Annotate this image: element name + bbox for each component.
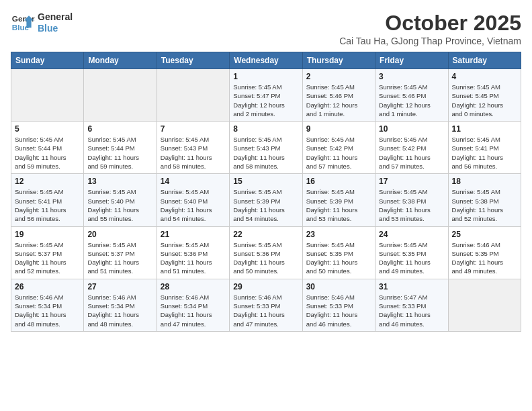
day-info: Sunrise: 5:47 AM Sunset: 5:33 PM Dayligh… bbox=[379, 293, 444, 328]
title-block: October 2025 Cai Tau Ha, GJong Thap Prov… bbox=[339, 11, 521, 46]
day-number: 17 bbox=[379, 177, 444, 186]
day-number: 23 bbox=[306, 230, 371, 239]
day-number: 27 bbox=[87, 282, 152, 291]
calendar-cell bbox=[11, 69, 84, 122]
day-number: 2 bbox=[306, 72, 371, 81]
calendar-cell bbox=[84, 69, 157, 122]
day-info: Sunrise: 5:45 AM Sunset: 5:35 PM Dayligh… bbox=[379, 240, 444, 276]
weekday-header: Monday bbox=[84, 52, 157, 69]
day-number: 13 bbox=[87, 177, 152, 186]
day-info: Sunrise: 5:45 AM Sunset: 5:39 PM Dayligh… bbox=[233, 187, 298, 223]
calendar-week-row: 5Sunrise: 5:45 AM Sunset: 5:44 PM Daylig… bbox=[11, 122, 521, 174]
calendar-week-row: 19Sunrise: 5:45 AM Sunset: 5:37 PM Dayli… bbox=[11, 226, 521, 279]
calendar-cell: 8Sunrise: 5:45 AM Sunset: 5:43 PM Daylig… bbox=[230, 122, 302, 174]
calendar-cell bbox=[157, 69, 229, 122]
calendar-cell: 28Sunrise: 5:46 AM Sunset: 5:34 PM Dayli… bbox=[157, 279, 229, 331]
day-number: 29 bbox=[233, 282, 298, 291]
day-number: 24 bbox=[379, 230, 444, 239]
day-number: 1 bbox=[233, 72, 298, 81]
day-number: 25 bbox=[452, 230, 517, 239]
logo-icon: General Blue bbox=[11, 11, 35, 35]
calendar-cell: 21Sunrise: 5:45 AM Sunset: 5:36 PM Dayli… bbox=[157, 226, 229, 279]
day-info: Sunrise: 5:46 AM Sunset: 5:34 PM Dayligh… bbox=[161, 293, 226, 328]
calendar-header-row: SundayMondayTuesdayWednesdayThursdayFrid… bbox=[11, 52, 521, 69]
calendar-cell: 11Sunrise: 5:45 AM Sunset: 5:41 PM Dayli… bbox=[448, 122, 521, 174]
day-info: Sunrise: 5:45 AM Sunset: 5:43 PM Dayligh… bbox=[161, 135, 226, 171]
calendar-week-row: 26Sunrise: 5:46 AM Sunset: 5:34 PM Dayli… bbox=[11, 279, 521, 331]
day-info: Sunrise: 5:46 AM Sunset: 5:34 PM Dayligh… bbox=[87, 293, 152, 328]
calendar-cell: 2Sunrise: 5:45 AM Sunset: 5:46 PM Daylig… bbox=[302, 69, 375, 122]
calendar-cell: 7Sunrise: 5:45 AM Sunset: 5:43 PM Daylig… bbox=[157, 122, 229, 174]
weekday-header: Saturday bbox=[448, 52, 521, 69]
calendar-cell: 26Sunrise: 5:46 AM Sunset: 5:34 PM Dayli… bbox=[11, 279, 84, 331]
calendar-cell: 9Sunrise: 5:45 AM Sunset: 5:42 PM Daylig… bbox=[302, 122, 375, 174]
month-title: October 2025 bbox=[339, 11, 521, 36]
day-info: Sunrise: 5:45 AM Sunset: 5:45 PM Dayligh… bbox=[452, 83, 517, 118]
day-info: Sunrise: 5:45 AM Sunset: 5:39 PM Dayligh… bbox=[306, 187, 371, 223]
location-subtitle: Cai Tau Ha, GJong Thap Province, Vietnam bbox=[339, 36, 521, 46]
day-number: 3 bbox=[379, 72, 444, 81]
day-number: 8 bbox=[233, 124, 298, 134]
day-info: Sunrise: 5:45 AM Sunset: 5:43 PM Dayligh… bbox=[233, 135, 298, 171]
day-number: 10 bbox=[379, 124, 444, 134]
day-info: Sunrise: 5:46 AM Sunset: 5:33 PM Dayligh… bbox=[306, 293, 371, 328]
day-number: 11 bbox=[452, 124, 517, 134]
calendar-cell: 14Sunrise: 5:45 AM Sunset: 5:40 PM Dayli… bbox=[157, 174, 229, 226]
day-number: 5 bbox=[15, 124, 80, 134]
day-number: 7 bbox=[161, 124, 226, 134]
calendar-cell: 3Sunrise: 5:45 AM Sunset: 5:46 PM Daylig… bbox=[375, 69, 448, 122]
day-number: 20 bbox=[87, 230, 152, 239]
day-info: Sunrise: 5:45 AM Sunset: 5:38 PM Dayligh… bbox=[379, 187, 444, 223]
weekday-header: Thursday bbox=[302, 52, 375, 69]
calendar-cell: 22Sunrise: 5:45 AM Sunset: 5:36 PM Dayli… bbox=[230, 226, 302, 279]
day-number: 26 bbox=[15, 282, 80, 291]
day-info: Sunrise: 5:45 AM Sunset: 5:41 PM Dayligh… bbox=[452, 135, 517, 171]
day-number: 9 bbox=[306, 124, 371, 134]
calendar-cell: 24Sunrise: 5:45 AM Sunset: 5:35 PM Dayli… bbox=[375, 226, 448, 279]
day-number: 6 bbox=[87, 124, 152, 134]
day-info: Sunrise: 5:45 AM Sunset: 5:37 PM Dayligh… bbox=[15, 240, 80, 276]
day-info: Sunrise: 5:45 AM Sunset: 5:40 PM Dayligh… bbox=[161, 187, 226, 223]
logo: General Blue General Blue bbox=[11, 11, 73, 35]
day-info: Sunrise: 5:45 AM Sunset: 5:36 PM Dayligh… bbox=[161, 240, 226, 276]
day-info: Sunrise: 5:45 AM Sunset: 5:37 PM Dayligh… bbox=[87, 240, 152, 276]
day-number: 28 bbox=[161, 282, 226, 291]
calendar-cell: 15Sunrise: 5:45 AM Sunset: 5:39 PM Dayli… bbox=[230, 174, 302, 226]
calendar-cell: 31Sunrise: 5:47 AM Sunset: 5:33 PM Dayli… bbox=[375, 279, 448, 331]
day-info: Sunrise: 5:45 AM Sunset: 5:35 PM Dayligh… bbox=[306, 240, 371, 276]
day-number: 31 bbox=[379, 282, 444, 291]
day-info: Sunrise: 5:45 AM Sunset: 5:47 PM Dayligh… bbox=[233, 83, 298, 118]
day-number: 14 bbox=[161, 177, 226, 186]
calendar-cell: 20Sunrise: 5:45 AM Sunset: 5:37 PM Dayli… bbox=[84, 226, 157, 279]
weekday-header: Wednesday bbox=[230, 52, 302, 69]
day-number: 15 bbox=[233, 177, 298, 186]
day-number: 30 bbox=[306, 282, 371, 291]
calendar-cell: 1Sunrise: 5:45 AM Sunset: 5:47 PM Daylig… bbox=[230, 69, 302, 122]
weekday-header: Tuesday bbox=[157, 52, 229, 69]
day-info: Sunrise: 5:45 AM Sunset: 5:36 PM Dayligh… bbox=[233, 240, 298, 276]
calendar-cell bbox=[448, 279, 521, 331]
calendar-week-row: 12Sunrise: 5:45 AM Sunset: 5:41 PM Dayli… bbox=[11, 174, 521, 226]
day-info: Sunrise: 5:46 AM Sunset: 5:33 PM Dayligh… bbox=[233, 293, 298, 328]
day-info: Sunrise: 5:45 AM Sunset: 5:40 PM Dayligh… bbox=[87, 187, 152, 223]
day-number: 21 bbox=[161, 230, 226, 239]
calendar-cell: 6Sunrise: 5:45 AM Sunset: 5:44 PM Daylig… bbox=[84, 122, 157, 174]
day-number: 16 bbox=[306, 177, 371, 186]
calendar-cell: 18Sunrise: 5:45 AM Sunset: 5:38 PM Dayli… bbox=[448, 174, 521, 226]
calendar-cell: 29Sunrise: 5:46 AM Sunset: 5:33 PM Dayli… bbox=[230, 279, 302, 331]
calendar-cell: 23Sunrise: 5:45 AM Sunset: 5:35 PM Dayli… bbox=[302, 226, 375, 279]
calendar-cell: 25Sunrise: 5:46 AM Sunset: 5:35 PM Dayli… bbox=[448, 226, 521, 279]
calendar-cell: 13Sunrise: 5:45 AM Sunset: 5:40 PM Dayli… bbox=[84, 174, 157, 226]
day-number: 18 bbox=[452, 177, 517, 186]
day-info: Sunrise: 5:45 AM Sunset: 5:42 PM Dayligh… bbox=[379, 135, 444, 171]
day-info: Sunrise: 5:45 AM Sunset: 5:38 PM Dayligh… bbox=[452, 187, 517, 223]
weekday-header: Friday bbox=[375, 52, 448, 69]
day-number: 19 bbox=[15, 230, 80, 239]
calendar-cell: 10Sunrise: 5:45 AM Sunset: 5:42 PM Dayli… bbox=[375, 122, 448, 174]
calendar-cell: 5Sunrise: 5:45 AM Sunset: 5:44 PM Daylig… bbox=[11, 122, 84, 174]
calendar-week-row: 1Sunrise: 5:45 AM Sunset: 5:47 PM Daylig… bbox=[11, 69, 521, 122]
weekday-header: Sunday bbox=[11, 52, 84, 69]
calendar-cell: 30Sunrise: 5:46 AM Sunset: 5:33 PM Dayli… bbox=[302, 279, 375, 331]
day-info: Sunrise: 5:45 AM Sunset: 5:46 PM Dayligh… bbox=[379, 83, 444, 118]
day-info: Sunrise: 5:46 AM Sunset: 5:35 PM Dayligh… bbox=[452, 240, 517, 276]
